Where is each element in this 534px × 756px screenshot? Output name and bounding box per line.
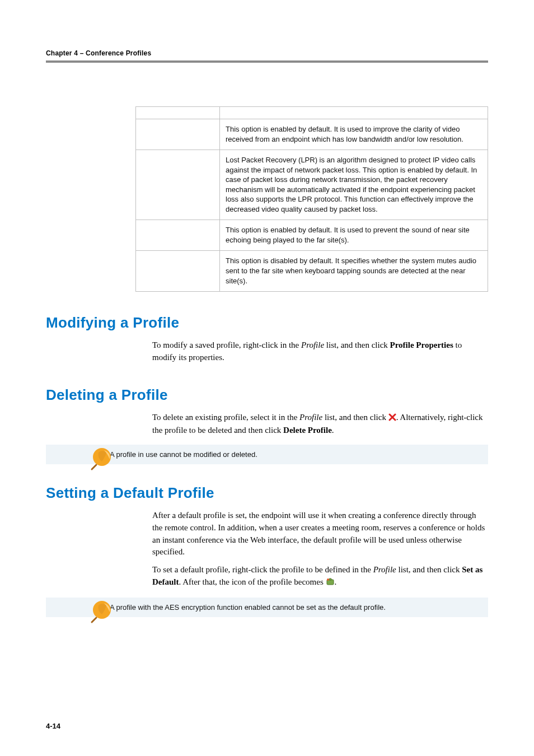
table-row: This option is enabled by default. It is… xyxy=(136,220,488,251)
default-paragraph-1: After a default profile is set, the endp… xyxy=(152,510,487,558)
table-header-col2 xyxy=(220,107,488,119)
default-paragraph-2: To set a default profile, right-click th… xyxy=(152,564,487,590)
text-bold: Delete Profile xyxy=(283,426,332,435)
table-row: This option is enabled by default. It is… xyxy=(136,119,488,150)
table-header-col1 xyxy=(136,107,220,119)
option-label xyxy=(136,251,220,292)
text: . xyxy=(335,577,337,586)
text: To modify a saved profile, right-click i… xyxy=(152,340,301,349)
svg-point-3 xyxy=(327,578,329,581)
option-label xyxy=(136,119,220,150)
text-italic: Profile xyxy=(299,413,322,422)
heading-default: Setting a Default Profile xyxy=(46,484,488,502)
text: . After that, the icon of the profile be… xyxy=(179,577,326,586)
options-table: This option is enabled by default. It is… xyxy=(135,106,488,292)
option-label xyxy=(136,220,220,251)
text: To set a default profile, right-click th… xyxy=(152,565,373,574)
text: . xyxy=(332,426,334,435)
text: list, and then click xyxy=(396,565,462,574)
option-desc: This option is enabled by default. It is… xyxy=(220,220,488,251)
heading-modifying: Modifying a Profile xyxy=(46,314,488,332)
default-profile-icon xyxy=(326,577,335,590)
note-text: A profile in use cannot be modified or d… xyxy=(110,450,257,459)
option-desc: Lost Packet Recovery (LPR) is an algorit… xyxy=(220,150,488,220)
table-row: Lost Packet Recovery (LPR) is an algorit… xyxy=(136,150,488,220)
text-italic: Profile xyxy=(373,565,396,574)
modify-paragraph: To modify a saved profile, right-click i… xyxy=(152,339,487,364)
text-bold: Profile Properties xyxy=(390,340,453,349)
text: list, and then click xyxy=(324,340,390,349)
delete-x-icon xyxy=(388,413,396,425)
text-italic: Profile xyxy=(301,340,324,349)
option-desc: This option is enabled by default. It is… xyxy=(220,119,488,150)
note-pin-icon xyxy=(88,598,115,627)
text: list, and then click xyxy=(322,413,388,422)
note-pin-icon xyxy=(88,445,115,474)
delete-paragraph: To delete an existing profile, select it… xyxy=(152,412,487,437)
text: To delete an existing profile, select it… xyxy=(152,413,299,422)
table-row: This option is disabled by default. It s… xyxy=(136,251,488,292)
svg-rect-2 xyxy=(329,578,331,580)
note-text: A profile with the AES encryption functi… xyxy=(110,603,386,612)
option-label xyxy=(136,150,220,220)
heading-deleting: Deleting a Profile xyxy=(46,386,488,404)
running-header: Chapter 4 – Conference Profiles xyxy=(46,49,488,57)
page-number: 4-14 xyxy=(46,722,60,730)
header-rule xyxy=(46,60,488,63)
option-desc: This option is disabled by default. It s… xyxy=(220,251,488,292)
